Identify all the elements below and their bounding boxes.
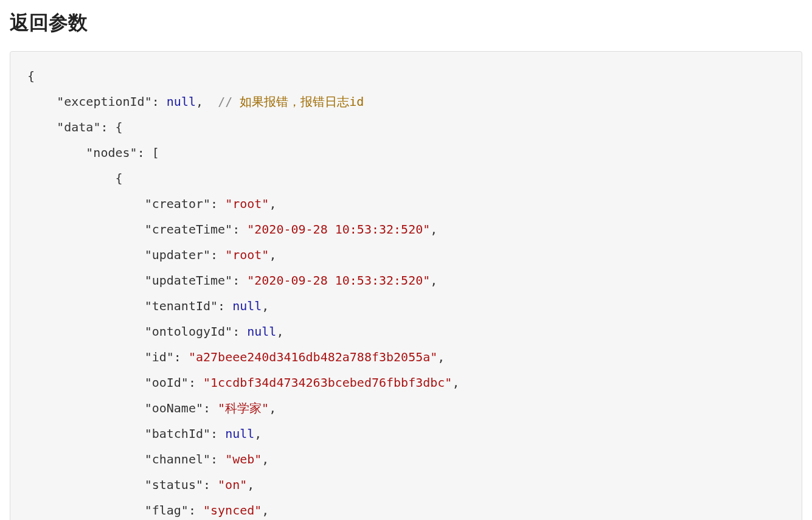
code-content: { "exceptionId": null, // 如果报错，报错日志id "d… xyxy=(27,69,459,518)
code-block: { "exceptionId": null, // 如果报错，报错日志id "d… xyxy=(10,51,802,520)
section-heading: 返回参数 xyxy=(10,10,802,36)
